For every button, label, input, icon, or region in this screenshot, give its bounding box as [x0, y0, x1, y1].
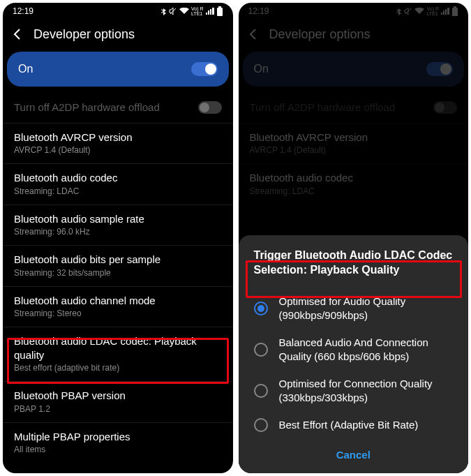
option-balanced[interactable]: Balanced Audio And Connection Quality (6…: [239, 329, 469, 370]
radio-icon: [254, 418, 268, 432]
wifi-icon: [179, 8, 189, 15]
header: Developer options: [239, 20, 469, 52]
setting-sub: AVRCP 1.4 (Default): [14, 145, 222, 155]
master-toggle-row[interactable]: On: [7, 52, 229, 87]
setting-label: Multiple PBAP properties: [14, 430, 222, 444]
status-time: 12:19: [248, 6, 397, 16]
phone-left: 12:19 Vo) R LTE1 Developer options On Tu…: [3, 3, 233, 473]
battery-icon: [451, 6, 458, 16]
setting-label: Bluetooth PBAP version: [14, 389, 222, 403]
setting-label: Bluetooth audio bits per sample: [14, 253, 222, 267]
setting-audio-codec[interactable]: Bluetooth audio codec Streaming: LDAC: [3, 164, 233, 205]
setting-pbap-multiple[interactable]: Multiple PBAP properties All items: [3, 423, 233, 463]
setting-label: Bluetooth audio LDAC codec: Playback qua…: [14, 334, 222, 362]
setting-sample-rate[interactable]: Bluetooth audio sample rate Streaming: 9…: [3, 205, 233, 246]
dialog-sheet: Trigger Bluetooth Audio LDAC Codec Selec…: [239, 235, 469, 473]
chevron-left-icon: [11, 28, 24, 40]
setting-label: Bluetooth audio codec: [14, 171, 222, 185]
setting-label: Turn off A2DP hardware offload: [14, 101, 160, 114]
setting-label: Bluetooth AVRCP version: [14, 131, 222, 144]
chevron-left-icon: [247, 28, 260, 40]
setting-sub: All items: [14, 445, 222, 454]
setting-bits-per-sample[interactable]: Bluetooth audio bits per sample Streamin…: [3, 246, 233, 287]
cancel-button[interactable]: Cancel: [239, 439, 469, 463]
master-toggle-switch[interactable]: [191, 62, 218, 76]
setting-sub: Streaming: 32 bits/sample: [14, 268, 222, 278]
setting-avrcp: Bluetooth AVRCP version AVRCP 1.4 (Defau…: [239, 124, 469, 165]
option-label: Optimised for Audio Quality (990kbps/909…: [279, 295, 454, 322]
phone-right: 12:19 Vo) R LTE1 Developer options On Tu…: [239, 3, 469, 473]
signal-icon: [441, 8, 449, 15]
setting-avrcp[interactable]: Bluetooth AVRCP version AVRCP 1.4 (Defau…: [3, 124, 233, 165]
bluetooth-icon: [161, 7, 167, 15]
setting-label: Bluetooth audio codec: [250, 171, 458, 185]
setting-label: Turn off A2DP hardware offload: [250, 101, 396, 114]
option-audio-quality[interactable]: Optimised for Audio Quality (990kbps/909…: [239, 288, 469, 329]
battery-icon: [216, 6, 223, 16]
status-icons: Vo) R LTE1: [396, 6, 458, 16]
net-label: Vo) R LTE1: [426, 6, 439, 16]
radio-icon: [254, 343, 268, 357]
settings-list: Turn off A2DP hardware offload Bluetooth…: [239, 94, 469, 204]
setting-sub: Streaming: LDAC: [250, 186, 458, 196]
setting-sub: Streaming: Stereo: [14, 308, 222, 318]
setting-a2dp-offload: Turn off A2DP hardware offload: [3, 94, 233, 124]
mute-icon: [169, 7, 177, 15]
setting-sub: Streaming: LDAC: [14, 186, 222, 196]
master-toggle-switch: [426, 62, 453, 76]
master-toggle-row: On: [243, 52, 465, 87]
setting-sub: Best effort (adaptive bit rate): [14, 363, 222, 373]
setting-sub: Streaming: 96.0 kHz: [14, 227, 222, 237]
master-toggle-label: On: [254, 63, 269, 75]
setting-audio-codec: Bluetooth audio codec Streaming: LDAC: [239, 164, 469, 204]
page-title: Developer options: [269, 27, 371, 42]
option-connection-quality[interactable]: Optimised for Connection Quality (330kbp…: [239, 370, 469, 411]
svg-rect-3: [454, 6, 456, 8]
bluetooth-icon: [396, 7, 402, 15]
radio-icon: [254, 302, 268, 315]
setting-ldac-playback[interactable]: Bluetooth audio LDAC codec: Playback qua…: [3, 327, 233, 382]
option-label: Balanced Audio And Connection Quality (6…: [279, 336, 454, 363]
status-bar: 12:19 Vo) R LTE1: [3, 3, 233, 20]
setting-label: Bluetooth AVRCP version: [250, 131, 458, 144]
mute-icon: [404, 7, 412, 15]
setting-sub: PBAP 1.2: [14, 404, 222, 414]
settings-list: Turn off A2DP hardware offload Bluetooth…: [3, 94, 233, 463]
option-label: Optimised for Connection Quality (330kbp…: [279, 377, 454, 404]
setting-sub: AVRCP 1.4 (Default): [250, 145, 458, 155]
radio-icon: [254, 384, 268, 398]
net-label: Vo) R LTE1: [191, 6, 204, 16]
status-icons: Vo) R LTE1: [161, 6, 223, 16]
a2dp-switch: [433, 101, 457, 114]
setting-a2dp-offload: Turn off A2DP hardware offload: [239, 94, 469, 124]
back-button: [246, 27, 261, 42]
setting-channel-mode[interactable]: Bluetooth audio channel mode Streaming: …: [3, 287, 233, 328]
option-best-effort[interactable]: Best Effort (Adaptive Bit Rate): [239, 411, 469, 439]
header: Developer options: [3, 20, 233, 52]
master-toggle-label: On: [18, 63, 33, 75]
svg-rect-1: [218, 6, 221, 8]
a2dp-switch: [198, 101, 222, 114]
back-button[interactable]: [10, 27, 25, 42]
svg-rect-0: [217, 8, 223, 16]
setting-label: Bluetooth audio channel mode: [14, 294, 222, 308]
status-bar: 12:19 Vo) R LTE1: [239, 3, 469, 20]
setting-label: Bluetooth audio sample rate: [14, 212, 222, 226]
wifi-icon: [414, 8, 424, 15]
svg-rect-2: [452, 8, 458, 16]
status-time: 12:19: [13, 6, 161, 16]
page-title: Developer options: [33, 27, 135, 42]
dialog-title: Trigger Bluetooth Audio LDAC Codec Selec…: [239, 248, 469, 288]
option-label: Best Effort (Adaptive Bit Rate): [279, 418, 419, 432]
setting-pbap-version[interactable]: Bluetooth PBAP version PBAP 1.2: [3, 382, 233, 423]
signal-icon: [206, 8, 214, 15]
